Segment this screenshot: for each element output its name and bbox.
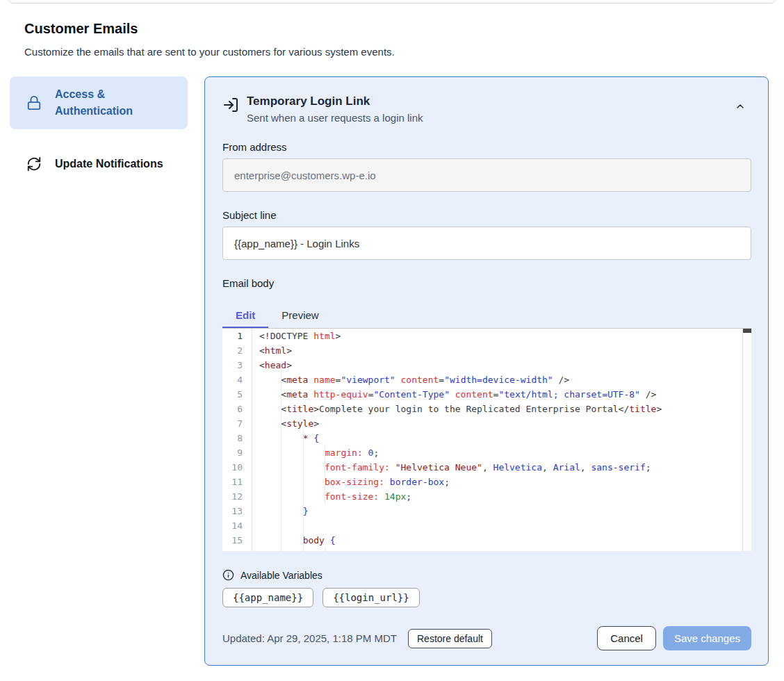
variable-chip-app-name[interactable]: {{app_name}} [222,588,313,607]
code-content: margin: 0; [252,445,751,460]
panel-subtitle: Sent when a user requests a login link [247,112,423,124]
line-number: 8 [222,431,252,445]
log-in-icon [222,97,239,113]
line-number: 11 [222,475,252,489]
info-icon [222,569,234,581]
code-line: 14 [222,518,751,533]
code-line: 8 * { [222,431,751,445]
panel-header: Temporary Login Link Sent when a user re… [222,94,751,124]
code-content: body { [252,533,751,548]
code-content: <html> [252,343,751,358]
line-number: 13 [222,504,252,518]
chevron-up-icon [735,101,746,114]
code-line: 4 <meta name="viewport" content="width=d… [222,372,751,387]
email-body-code-editor[interactable]: 1<!DOCTYPE html>2<html>3<head>4 <meta na… [222,328,751,551]
code-line: 16 background-color: #f9f9f9; [222,548,751,551]
sidebar-item-access-authentication[interactable]: Access & Authentication [10,76,188,129]
code-content: box-sizing: border-box; [252,475,751,489]
page-subtitle: Customize the emails that are sent to yo… [24,46,395,58]
refresh-icon [26,156,42,172]
code-content: } [252,504,751,518]
from-address-input[interactable] [222,158,751,192]
code-line: 7 <style> [222,416,751,431]
code-line: 6 <title>Complete your login to the Repl… [222,402,751,416]
code-line: 13 } [222,504,751,518]
sidebar-item-label: Access & Authentication [55,86,181,120]
subject-line-label: Subject line [222,209,751,221]
line-number: 14 [222,518,252,533]
restore-default-button[interactable]: Restore default [408,629,492,648]
editor-scrollbar[interactable] [742,329,751,551]
available-variables-label: Available Variables [240,570,322,581]
line-number: 7 [222,416,252,431]
code-line: 3<head> [222,358,751,372]
code-line: 11 box-sizing: border-box; [222,475,751,489]
line-number: 3 [222,358,252,372]
email-settings-panel: Temporary Login Link Sent when a user re… [204,76,769,666]
line-number: 4 [222,372,252,387]
sidebar-item-update-notifications[interactable]: Update Notifications [10,146,188,182]
panel-footer: Updated: Apr 29, 2025, 1:18 PM MDT Resto… [222,626,751,650]
code-content: font-size: 14px; [252,489,751,504]
code-line: 15 body { [222,533,751,548]
code-content: background-color: #f9f9f9; [252,548,751,551]
tab-edit[interactable]: Edit [222,304,268,328]
variable-chip-login-url[interactable]: {{login_url}} [322,588,420,607]
from-address-label: From address [222,141,751,153]
sidebar-item-label: Update Notifications [55,156,163,172]
line-number: 5 [222,387,252,402]
code-line: 10 font-family: "Helvetica Neue", Helvet… [222,460,751,475]
page-title: Customer Emails [24,21,138,37]
cancel-button[interactable]: Cancel [597,626,656,650]
code-content: <meta http-equiv="Content-Type" content=… [252,387,751,402]
code-content: <title>Complete your login to the Replic… [252,402,751,416]
updated-timestamp: Updated: Apr 29, 2025, 1:18 PM MDT [222,632,397,644]
panel-title: Temporary Login Link [247,94,423,109]
line-number: 1 [222,329,252,343]
email-body-label: Email body [222,277,751,289]
lock-icon [26,95,42,110]
code-content: * { [252,431,751,445]
code-content: <head> [252,358,751,372]
line-number: 6 [222,402,252,416]
line-number: 12 [222,489,252,504]
code-content: <style> [252,416,751,431]
tab-preview[interactable]: Preview [268,304,332,328]
editor-scrollbar-thumb[interactable] [743,329,751,333]
collapse-button[interactable] [729,95,751,120]
code-content [252,518,751,533]
code-line: 1<!DOCTYPE html> [222,329,751,343]
email-types-sidebar: Access & AuthenticationUpdate Notificati… [10,76,188,199]
line-number: 10 [222,460,252,475]
subject-line-input[interactable] [222,227,751,260]
code-line: 12 font-size: 14px; [222,489,751,504]
previous-section-card-edge [7,0,777,3]
code-line: 9 margin: 0; [222,445,751,460]
line-number: 9 [222,445,252,460]
line-number: 15 [222,533,252,548]
save-changes-button[interactable]: Save changes [663,626,751,650]
code-content: <meta name="viewport" content="width=dev… [252,372,751,387]
available-variables-header: Available Variables [222,569,751,581]
line-number: 2 [222,343,252,358]
code-content: <!DOCTYPE html> [252,329,751,343]
editor-tabs: EditPreview [222,304,751,328]
code-content: font-family: "Helvetica Neue", Helvetica… [252,460,751,475]
code-line: 5 <meta http-equiv="Content-Type" conten… [222,387,751,402]
code-line: 2<html> [222,343,751,358]
line-number: 16 [222,548,252,551]
variable-chips: {{app_name}}{{login_url}} [222,588,751,607]
